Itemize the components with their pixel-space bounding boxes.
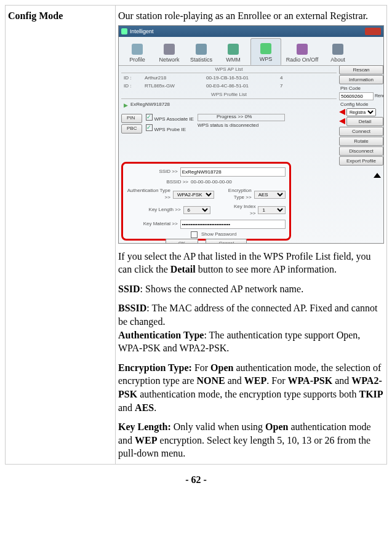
bold: WEP xyxy=(244,375,266,386)
tab-label: Profile xyxy=(129,56,145,63)
app-screenshot: Intelligent Profile Network Statistics W… xyxy=(118,25,384,244)
auth-para: Authentication Type: The authentication … xyxy=(118,329,384,355)
checkbox-icon xyxy=(146,114,153,121)
wmm-icon xyxy=(228,44,239,55)
check-label: WPS Associate IE xyxy=(154,116,193,122)
bssid-label: BSSID >> xyxy=(127,179,188,186)
progress-bar: Progress >> 0% xyxy=(198,114,285,121)
red-arrow-left-icon xyxy=(339,109,345,115)
enc-label: Encryption Type >> xyxy=(222,188,252,201)
renew-button[interactable]: Renew xyxy=(375,93,384,98)
main-area: WPS AP List ID : Arthur218 00-19-CB-16-5… xyxy=(119,64,383,243)
keyidx-select[interactable]: 1 xyxy=(258,206,286,214)
bold: NONE xyxy=(197,375,225,386)
bold: WPA-PSK xyxy=(288,375,333,386)
radio-icon xyxy=(297,44,308,55)
ap-row[interactable]: ID : Arthur218 00-19-CB-16-53-01 4 xyxy=(121,74,337,82)
ssid-para: SSID: Shows the connected AP network nam… xyxy=(118,282,384,296)
tab-wmm[interactable]: WMM xyxy=(218,38,248,65)
auth-term: Authentication Type xyxy=(118,330,204,340)
wps-profile-list-title: WPS Profile List xyxy=(121,92,337,99)
ap-row[interactable]: ID : RTL865x-GW 00-E0-4C-86-51-01 7 xyxy=(121,82,337,90)
auth-label: Authentication Type >> xyxy=(127,188,170,201)
ok-button[interactable]: OK xyxy=(166,239,199,244)
wps-ap-list-title: WPS AP List xyxy=(121,66,337,74)
pbc-button[interactable]: PBC xyxy=(121,124,142,134)
ssid-input[interactable] xyxy=(180,167,286,177)
ssid-label: SSID >> xyxy=(127,169,178,175)
profile-name: ExRegNW918728 xyxy=(130,102,170,108)
information-button[interactable]: Information xyxy=(339,75,383,84)
lower-controls: PIN PBC WPS Associate IE WPS Probe IE Pr… xyxy=(121,114,337,134)
detail-button[interactable]: Detail xyxy=(346,117,383,126)
pin-button[interactable]: PIN xyxy=(121,114,142,123)
tab-profile[interactable]: Profile xyxy=(122,38,152,65)
bold: Open xyxy=(210,362,233,373)
enc-para: Encryption Type: For Open authentication… xyxy=(118,361,384,414)
rotate-button[interactable]: Rotate xyxy=(339,137,383,146)
keymat-label: Key Material >> xyxy=(127,221,178,228)
tab-statistics[interactable]: Statistics xyxy=(186,38,216,65)
left-header-cell: Config Mode xyxy=(6,6,116,465)
window-title: Intelligent xyxy=(130,28,154,35)
text: For xyxy=(192,362,210,373)
window-titlebar: Intelligent xyxy=(119,26,383,37)
wps-probe-check[interactable]: WPS Probe IE xyxy=(146,124,193,134)
bssid-value: 00-00-00-00-00-00 xyxy=(191,179,232,186)
tab-wps[interactable]: WPS xyxy=(250,38,281,65)
tab-network[interactable]: Network xyxy=(154,38,184,65)
center-panel: WPS AP List ID : Arthur218 00-19-CB-16-5… xyxy=(119,64,339,243)
auth-select[interactable]: WPA2-PSK xyxy=(173,191,214,199)
tab-label: Statistics xyxy=(190,56,212,63)
tab-label: WPS xyxy=(260,55,273,63)
chevron-right-icon: ▶ xyxy=(124,102,128,109)
disconnect-button[interactable]: Disconnect xyxy=(339,146,383,156)
enc-select[interactable]: AES xyxy=(254,191,286,199)
tab-label: Network xyxy=(159,56,179,63)
text: : The MAC address of the connected AP. F… xyxy=(118,303,377,327)
connect-button[interactable]: Connect xyxy=(339,127,383,136)
text: : Shows the connected AP network name. xyxy=(140,284,304,294)
ap-id: ID : xyxy=(124,75,138,82)
right-content-cell: Our station role-playing as an Enrollee … xyxy=(116,6,387,465)
tab-label: About xyxy=(330,56,345,63)
text: and xyxy=(225,375,244,386)
profile-row[interactable]: ▶ ExRegNW918728 xyxy=(121,100,337,110)
keylen-select[interactable]: 6 xyxy=(183,206,211,214)
wps-icon xyxy=(260,43,271,54)
tab-about[interactable]: About xyxy=(323,38,353,65)
keymat-input[interactable] xyxy=(180,220,286,229)
keylen-term: Key Length: xyxy=(118,421,171,432)
checkbox-icon[interactable] xyxy=(191,231,198,238)
ssid-term: SSID xyxy=(118,284,140,294)
rescan-button[interactable]: Rescan xyxy=(339,65,383,74)
wps-assoc-check[interactable]: WPS Associate IE xyxy=(146,114,193,123)
page-number: - 62 - xyxy=(5,473,387,487)
text: . For xyxy=(266,375,287,386)
ap-id: ID : xyxy=(124,83,138,90)
checkbox-icon xyxy=(146,124,153,131)
text: Only valid when using xyxy=(171,421,265,432)
app-icon xyxy=(121,28,127,34)
detail-word: Detail xyxy=(170,264,196,274)
tab-radio[interactable]: Radio On/Off xyxy=(284,38,321,65)
ap-ch: 4 xyxy=(280,75,292,82)
collapse-icon[interactable] xyxy=(374,167,381,178)
ap-mac: 00-E0-4C-86-51-01 xyxy=(206,83,274,90)
content-table: Config Mode Our station role-playing as … xyxy=(5,5,387,465)
red-arrow-left-icon xyxy=(339,118,345,124)
configmode-select[interactable]: Registrar xyxy=(346,108,376,116)
keylen-label: Key Length >> xyxy=(127,207,181,214)
keylen-para: Key Length: Only valid when using Open a… xyxy=(118,420,384,460)
text: . xyxy=(154,402,156,413)
export-button[interactable]: Export Profile xyxy=(339,156,383,166)
tab-bar: Profile Network Statistics WMM WPS Radio… xyxy=(119,37,383,66)
pincode-input[interactable] xyxy=(339,92,374,100)
tab-label: WMM xyxy=(226,56,241,63)
cancel-button[interactable]: Cancel xyxy=(206,239,247,244)
close-icon[interactable] xyxy=(365,28,381,35)
about-icon xyxy=(332,44,343,55)
after-image-para: If you select the AP that listed in the … xyxy=(118,250,384,276)
bssid-para: BSSID: The MAC address of the connected … xyxy=(118,301,384,328)
ap-ch: 7 xyxy=(280,83,292,90)
